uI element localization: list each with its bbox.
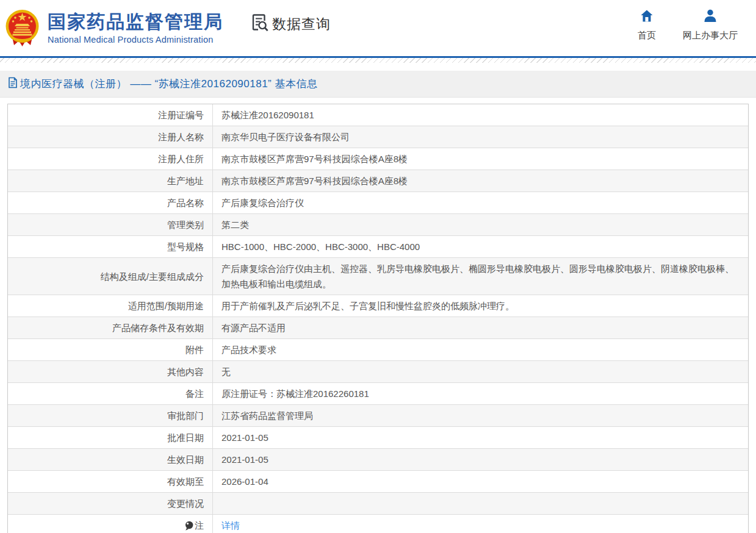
detail-link[interactable]: 详情 xyxy=(221,518,240,533)
row-label-text: 适用范围/预期用途 xyxy=(128,298,204,313)
row-value: 南京华贝电子医疗设备有限公司 xyxy=(213,126,748,148)
row-label-text: 注册人住所 xyxy=(158,151,204,166)
row-value: 无 xyxy=(213,361,748,382)
row-label-text: 型号规格 xyxy=(167,239,204,254)
row-label: 审批部门 xyxy=(8,405,213,426)
table-row: 产品储存条件及有效期 有源产品不适用 xyxy=(8,317,748,338)
table-row: 生产地址 南京市鼓楼区芦席营97号科技园综合楼A座8楼 xyxy=(8,170,748,191)
row-label-text: 附件 xyxy=(185,342,204,357)
row-value: 用于产前催乳及产后泌乳不足、子宫复旧和慢性盆腔炎的低频脉冲理疗。 xyxy=(213,295,748,317)
row-value: 南京市鼓楼区芦席营97号科技园综合楼A座8楼 xyxy=(213,148,748,170)
table-row: 有效期至 2026-01-04 xyxy=(8,470,748,492)
breadcrumb: 境内医疗器械（注册） —— “苏械注准20162090181” 基本信息 xyxy=(0,71,756,98)
document-icon xyxy=(8,77,18,91)
table-row: 产品名称 产后康复综合治疗仪 xyxy=(8,191,748,213)
row-label-text: 产品名称 xyxy=(167,195,204,210)
page-title: 境内医疗器械（注册） —— “苏械注准20162090181” 基本信息 xyxy=(20,77,318,91)
row-label-text: 备注 xyxy=(185,386,204,401)
table-row: 注册证编号 苏械注准20162090181 xyxy=(8,104,748,126)
row-value: 产后康复综合治疗仪 xyxy=(213,192,748,213)
row-label: 批准日期 xyxy=(8,427,213,448)
row-label: 注 xyxy=(8,515,213,533)
home-icon xyxy=(639,9,654,26)
row-value xyxy=(213,493,748,514)
row-value: 2021-01-05 xyxy=(213,427,748,448)
nav-home-label: 首页 xyxy=(638,30,656,41)
row-value: 第二类 xyxy=(213,214,748,235)
row-label: 生产地址 xyxy=(8,170,213,191)
row-label-text: 生产地址 xyxy=(167,173,204,188)
table-row: 结构及组成/主要组成成分 产后康复综合治疗仪由主机、遥控器、乳房导电橡胶电极片、… xyxy=(8,257,748,295)
site-header: 国家药品监督管理局 National Medical Products Admi… xyxy=(0,0,756,56)
row-label-text: 生效日期 xyxy=(167,452,204,467)
row-label: 注册人名称 xyxy=(8,126,213,148)
row-value: 2026-01-04 xyxy=(213,471,748,492)
table-row: 注 详情 xyxy=(8,514,748,533)
table-row: 变更情况 xyxy=(8,492,748,514)
site-title-en: National Medical Products Administration xyxy=(48,35,223,45)
table-row: 其他内容 无 xyxy=(8,360,748,382)
bulb-icon xyxy=(185,521,193,531)
national-emblem-icon xyxy=(5,38,40,49)
row-value: 江苏省药品监督管理局 xyxy=(213,405,748,426)
row-label-text: 有效期至 xyxy=(167,474,204,489)
row-value: 2021-01-05 xyxy=(213,449,748,470)
nav-home[interactable]: 首页 xyxy=(638,9,656,41)
row-value: 产后康复综合治疗仪由主机、遥控器、乳房导电橡胶电极片、椭圆形导电橡胶电极片、圆形… xyxy=(213,258,748,295)
row-label-text: 审批部门 xyxy=(167,408,204,423)
info-table: 注册证编号 苏械注准20162090181 注册人名称 南京华贝电子医疗设备有限… xyxy=(7,104,749,533)
header-nav: 首页 网上办事大厅 xyxy=(638,9,738,41)
row-label-text: 管理类别 xyxy=(167,217,204,232)
row-value: 苏械注准20162090181 xyxy=(213,104,748,126)
nmpa-logo[interactable] xyxy=(5,9,40,47)
row-label: 有效期至 xyxy=(8,471,213,492)
row-label: 备注 xyxy=(8,383,213,404)
row-label: 生效日期 xyxy=(8,449,213,470)
data-query-label: 数据查询 xyxy=(272,15,331,34)
row-value: 原注册证号：苏械注准20162260181 xyxy=(213,383,748,404)
row-label-text: 批准日期 xyxy=(167,430,204,445)
row-label-text: 结构及组成/主要组成成分 xyxy=(101,269,204,284)
row-label: 变更情况 xyxy=(8,493,213,514)
row-label-text: 产品储存条件及有效期 xyxy=(112,320,204,335)
row-value: 产品技术要求 xyxy=(213,339,748,360)
site-title-cn: 国家药品监督管理局 xyxy=(48,12,223,33)
row-label: 适用范围/预期用途 xyxy=(8,295,213,317)
nav-service-hall[interactable]: 网上办事大厅 xyxy=(683,9,738,41)
row-label-text: 变更情况 xyxy=(167,496,204,511)
table-row: 适用范围/预期用途 用于产前催乳及产后泌乳不足、子宫复旧和慢性盆腔炎的低频脉冲理… xyxy=(8,295,748,317)
table-row: 备注 原注册证号：苏械注准20162260181 xyxy=(8,382,748,404)
row-label: 附件 xyxy=(8,339,213,360)
table-row: 批准日期 2021-01-05 xyxy=(8,426,748,448)
table-row: 审批部门 江苏省药品监督管理局 xyxy=(8,404,748,426)
site-title-block: 国家药品监督管理局 National Medical Products Admi… xyxy=(48,12,223,45)
row-label: 产品储存条件及有效期 xyxy=(8,317,213,338)
row-label: 注册证编号 xyxy=(8,104,213,126)
table-row: 生效日期 2021-01-05 xyxy=(8,448,748,470)
row-label-text: 注 xyxy=(195,518,204,533)
row-value: HBC-1000、HBC-2000、HBC-3000、HBC-4000 xyxy=(213,236,748,257)
row-label: 产品名称 xyxy=(8,192,213,213)
row-value: 详情 xyxy=(213,515,748,533)
table-row: 注册人住所 南京市鼓楼区芦席营97号科技园综合楼A座8楼 xyxy=(8,148,748,170)
table-row: 管理类别 第二类 xyxy=(8,213,748,235)
user-icon xyxy=(702,9,718,26)
data-query-section[interactable]: 数据查询 xyxy=(250,13,331,35)
table-row: 注册人名称 南京华贝电子医疗设备有限公司 xyxy=(8,126,748,148)
row-value: 有源产品不适用 xyxy=(213,317,748,338)
row-label: 结构及组成/主要组成成分 xyxy=(8,258,213,295)
row-label: 管理类别 xyxy=(8,214,213,235)
row-label-text: 注册人名称 xyxy=(158,129,204,145)
table-row: 型号规格 HBC-1000、HBC-2000、HBC-3000、HBC-4000 xyxy=(8,235,748,257)
table-row: 附件 产品技术要求 xyxy=(8,338,748,360)
row-label: 注册人住所 xyxy=(8,148,213,170)
header-divider-hatch xyxy=(0,58,756,63)
data-query-icon xyxy=(250,13,269,35)
row-label-text: 其他内容 xyxy=(167,364,204,379)
row-label: 型号规格 xyxy=(8,236,213,257)
row-label: 其他内容 xyxy=(8,361,213,382)
row-label-text: 注册证编号 xyxy=(158,107,204,123)
row-value: 南京市鼓楼区芦席营97号科技园综合楼A座8楼 xyxy=(213,170,748,191)
nav-service-hall-label: 网上办事大厅 xyxy=(683,30,738,41)
